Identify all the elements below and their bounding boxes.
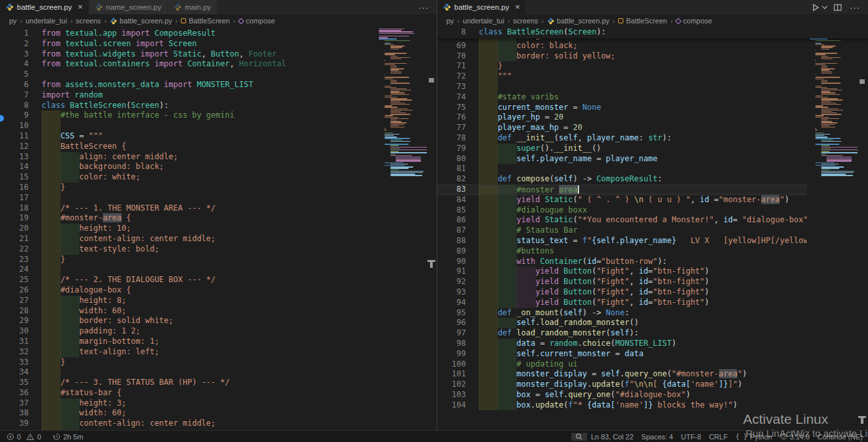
code-line-8[interactable]: 8class BattleScreen(Screen): <box>437 27 868 38</box>
code-line-15[interactable]: 15color: white; <box>0 172 437 183</box>
editor-pane-left[interactable]: 1from textual.app import ComposeResult2f… <box>0 27 437 430</box>
code-line-76[interactable]: 76player_hp = 20 <box>437 112 868 123</box>
code-line-80[interactable]: 80self.player_name = player_name <box>437 154 868 164</box>
code-line-23[interactable]: 23} <box>0 255 437 265</box>
code-line-85[interactable]: 85#dialougue boxx <box>437 205 868 216</box>
code-line-3[interactable]: 3from textual.widgets import Static, But… <box>0 49 437 60</box>
code-line-17[interactable]: 17 <box>0 193 437 203</box>
code-line-69[interactable]: 69color: black; <box>437 41 868 51</box>
code-line-10[interactable]: 10 <box>0 121 437 131</box>
code-line-74[interactable]: 74#state varibs <box>437 92 868 103</box>
split-editor-button[interactable] <box>834 3 842 12</box>
minimap[interactable] <box>376 27 427 430</box>
code-line-16[interactable]: 16} <box>0 183 437 193</box>
code-line-30[interactable]: 30padding: 1 2; <box>0 326 437 337</box>
code-line-34[interactable]: 34 <box>0 367 437 378</box>
code-line-38[interactable]: 38width: 60; <box>0 408 437 419</box>
code-line-36[interactable]: 36#status-bar { <box>0 388 437 398</box>
code-line-5[interactable]: 5 <box>0 70 437 80</box>
code-line-31[interactable]: 31margin-bottom: 1; <box>0 337 437 347</box>
breadcrumb-item-compose[interactable]: compose <box>239 17 275 25</box>
code-line-7[interactable]: 7import random <box>0 90 437 101</box>
breadcrumb-item-compose[interactable]: compose <box>676 17 712 25</box>
code-line-37[interactable]: 37height: 3; <box>0 398 437 409</box>
tab-main.py[interactable]: main.py <box>168 0 217 14</box>
code-line-81[interactable]: 81 <box>437 164 868 174</box>
code-line-83[interactable]: 83#monster area <box>437 185 868 195</box>
indentation-indicator[interactable]: Spaces: 4 <box>638 433 677 441</box>
code-line-88[interactable]: 88status_text = f"{self.player_name} LV … <box>437 236 868 246</box>
code-line-95[interactable]: 95def _on_mount(self) -> None: <box>437 308 868 318</box>
code-line-14[interactable]: 14background: black; <box>0 162 437 172</box>
code-line-87[interactable]: 87# Staatus Bar <box>437 226 868 236</box>
breadcrumb-item-battle_screen.py[interactable]: battle_screen.py <box>547 17 610 25</box>
code-line-93[interactable]: 93yield Button("Fight", id="btn-fight") <box>437 287 868 298</box>
editor-pane-right[interactable]: 68background: #ff9900;69color: black;70b… <box>437 27 868 430</box>
code-line-20[interactable]: 20height: 10; <box>0 224 437 234</box>
breadcrumb-item-screens[interactable]: screens <box>76 17 102 25</box>
code-line-77[interactable]: 77player_max_hp = 20 <box>437 123 868 133</box>
code-line-104[interactable]: 104box.update(f"* {data['name']} blocks … <box>437 400 868 411</box>
overview-ruler[interactable] <box>427 27 437 430</box>
minimap[interactable] <box>807 27 858 430</box>
code-line-13[interactable]: 13align: center middle; <box>0 152 437 162</box>
code-line-84[interactable]: 84yield Static(" ( ^ . ^ ) \n ( u u ) ",… <box>437 195 868 205</box>
code-line-71[interactable]: 71} <box>437 61 868 72</box>
code-line-75[interactable]: 75current_monster = None <box>437 103 868 113</box>
code-line-1[interactable]: 1from textual.app import ComposeResult <box>0 29 437 39</box>
close-icon[interactable]: × <box>515 4 520 10</box>
code-line-72[interactable]: 72""" <box>437 72 868 82</box>
breadcrumb-item-undertale_tui[interactable]: undertale_tui <box>25 17 67 25</box>
eol-indicator[interactable]: CRLF <box>705 433 732 441</box>
tab-name_screen.py[interactable]: name_screen.py <box>89 0 168 14</box>
code-line-90[interactable]: 90with Container(id="button-row"): <box>437 257 868 267</box>
code-line-24[interactable]: 24 <box>0 265 437 275</box>
breadcrumb-item-undertale_tui[interactable]: undertale_tui <box>463 17 504 25</box>
breadcrumb-item-BattleScreen[interactable]: BattleScreen <box>618 17 667 25</box>
code-line-79[interactable]: 79super().__init__() <box>437 144 868 154</box>
breadcrumb-item-screens[interactable]: screens <box>513 17 539 25</box>
language-mode[interactable]: { } Python <box>731 433 776 441</box>
code-line-70[interactable]: 70border: solid yellow; <box>437 51 868 62</box>
breadcrumb-item-BattleScreen[interactable]: BattleScreen <box>181 17 230 25</box>
breadcrumb-item-py[interactable]: py <box>446 17 454 25</box>
code-line-21[interactable]: 21content-align: center middle; <box>0 234 437 244</box>
code-line-99[interactable]: 99self.current_monster = data <box>437 349 868 359</box>
code-line-18[interactable]: 18/* --- 1. THE MONSTER AREA --- */ <box>0 203 437 214</box>
code-line-29[interactable]: 29border: solid white; <box>0 316 437 326</box>
code-line-78[interactable]: 78def __init__(self, player_name: str): <box>437 133 868 144</box>
code-line-26[interactable]: 26#dialogue-box { <box>0 285 437 296</box>
code-line-2[interactable]: 2from textual.screen import Screen <box>0 39 437 49</box>
code-line-33[interactable]: 33} <box>0 358 437 368</box>
code-line-12[interactable]: 12BattleScreen { <box>0 142 437 152</box>
search-button[interactable] <box>571 433 587 441</box>
cursor-position[interactable]: Ln 83, Col 22 <box>587 433 637 441</box>
code-line-82[interactable]: 82def compose(self) -> ComposeResult: <box>437 174 868 185</box>
more-actions-icon[interactable]: ··· <box>418 3 429 12</box>
code-line-96[interactable]: 96self.load_random_monster() <box>437 318 868 328</box>
tab-battle_screen.py[interactable]: battle_screen.py× <box>0 0 89 14</box>
code-line-39[interactable]: 39content-align: center middle; <box>0 419 437 429</box>
code-line-28[interactable]: 28width: 60; <box>0 306 437 317</box>
code-line-32[interactable]: 32text-align: left; <box>0 347 437 358</box>
code-line-35[interactable]: 35/* --- 3. THE STATUS BAR (HP) --- */ <box>0 378 437 388</box>
problems-indicator[interactable]: 0 0 <box>3 433 45 441</box>
code-line-102[interactable]: 102monster_display.update(f"\n\n[ {data[… <box>437 380 868 390</box>
editor-sash[interactable] <box>437 0 437 430</box>
code-line-94[interactable]: 94yield Button("Fight", id="btn-fight") <box>437 298 868 308</box>
python-interpreter[interactable]: 3.14.0 <box>776 433 814 441</box>
code-line-97[interactable]: 97def load_random_monster(self): <box>437 328 868 339</box>
code-line-25[interactable]: 25/* --- 2. THE DIALOGUE BOX --- */ <box>0 275 437 285</box>
code-line-91[interactable]: 91yield Button("Fight", id="btn-fight") <box>437 266 868 277</box>
more-actions-icon[interactable]: ··· <box>850 3 860 12</box>
code-line-27[interactable]: 27height: 8; <box>0 296 437 306</box>
code-line-8[interactable]: 8class BattleScreen(Screen): <box>0 101 437 111</box>
chevron-down-icon[interactable] <box>822 3 827 8</box>
code-line-19[interactable]: 19#monster-area { <box>0 213 437 224</box>
code-line-4[interactable]: 4from textual.containers import Containe… <box>0 59 437 70</box>
tab-battle_screen.py[interactable]: battle_screen.py× <box>437 0 526 14</box>
code-line-86[interactable]: 86yield Static("*You encountered a Monst… <box>437 215 868 226</box>
code-line-103[interactable]: 103box = self.query_one("#dialogue-box") <box>437 390 868 400</box>
code-line-11[interactable]: 11CSS = """ <box>0 131 437 142</box>
breadcrumb-item-py[interactable]: py <box>9 17 17 25</box>
